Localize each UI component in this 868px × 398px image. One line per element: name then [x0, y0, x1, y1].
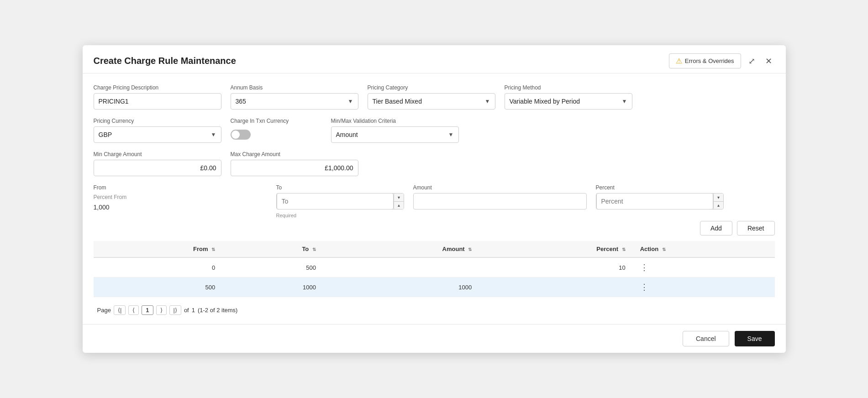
cell-action: ⋮: [633, 278, 775, 297]
action-dots-button[interactable]: ⋮: [640, 263, 649, 272]
minmax-criteria-arrow: ▼: [448, 131, 454, 138]
col-amount: Amount ⇅: [323, 241, 479, 257]
cell-percent: [479, 278, 632, 297]
min-charge-input[interactable]: [94, 160, 221, 176]
col-from: From ⇅: [94, 241, 223, 257]
of-label: of: [184, 307, 189, 314]
add-button[interactable]: Add: [700, 221, 732, 236]
minmax-criteria-select[interactable]: Amount ▼: [331, 126, 459, 143]
pricing-category-value: Tier Based Mixed: [373, 98, 422, 105]
tier-to-input[interactable]: [277, 193, 394, 209]
reset-button[interactable]: Reset: [737, 221, 775, 236]
table-body: 050010⋮50010001000⋮: [94, 257, 775, 297]
pricing-method-group: Pricing Method Variable Mixed by Period …: [505, 84, 632, 110]
tier-percent-arrow-up[interactable]: ▴: [714, 202, 723, 209]
action-sort-icon[interactable]: ⇅: [662, 247, 666, 252]
errors-btn-label: Errors & Overrides: [685, 58, 734, 64]
annum-basis-group: Annum Basis 365 ▼: [231, 84, 358, 110]
save-button[interactable]: Save: [735, 331, 775, 346]
modal-title: Create Charge Rule Maintenance: [94, 56, 236, 66]
tier-row: From Percent From 1,000 To ▾ ▴ Required …: [94, 184, 775, 218]
pricing-currency-label: Pricing Currency: [94, 118, 221, 124]
annum-basis-select[interactable]: 365 ▼: [231, 93, 358, 110]
close-icon: ✕: [765, 57, 772, 66]
minmax-criteria-group: Min/Max Validation Criteria Amount ▼: [331, 118, 459, 143]
total-pages: 1: [192, 307, 195, 314]
max-charge-input[interactable]: [231, 160, 358, 176]
tier-table: From ⇅ To ⇅ Amount ⇅ Percent ⇅: [94, 241, 775, 297]
form-row-1: Charge Pricing Description Annum Basis 3…: [94, 84, 775, 110]
warning-icon: ⚠: [676, 57, 682, 65]
tier-percent-input[interactable]: [596, 193, 713, 209]
tier-to-arrow-down[interactable]: ▾: [394, 194, 404, 202]
page-label: Page: [97, 307, 111, 314]
tier-percent-arrows: ▾ ▴: [713, 194, 723, 209]
cancel-button[interactable]: Cancel: [683, 331, 729, 346]
annum-basis-value: 365: [236, 98, 246, 105]
modal-container: Create Charge Rule Maintenance ⚠ Errors …: [83, 45, 786, 353]
action-dots-button[interactable]: ⋮: [640, 283, 649, 292]
close-button[interactable]: ✕: [763, 55, 775, 67]
modal-header: Create Charge Rule Maintenance ⚠ Errors …: [83, 45, 786, 73]
pricing-currency-select[interactable]: GBP ▼: [94, 126, 221, 143]
amount-sort-icon[interactable]: ⇅: [468, 247, 472, 252]
annum-basis-arrow: ▼: [348, 98, 353, 105]
first-page-btn[interactable]: ⟨|: [114, 305, 126, 315]
charge-in-txn-label: Charge In Txn Currency: [231, 118, 322, 124]
last-page-btn[interactable]: |⟩: [169, 305, 181, 315]
cell-action: ⋮: [633, 257, 775, 278]
pricing-category-label: Pricing Category: [368, 84, 495, 91]
expand-icon: ⤢: [748, 57, 755, 66]
max-charge-group: Max Charge Amount: [231, 151, 358, 176]
tier-amount-input[interactable]: [413, 193, 587, 209]
charge-pricing-desc-label: Charge Pricing Description: [94, 84, 221, 91]
minmax-criteria-label: Min/Max Validation Criteria: [331, 118, 459, 124]
prev-page-btn[interactable]: ⟨: [128, 305, 139, 315]
pricing-method-value: Variable Mixed by Period: [510, 98, 580, 105]
cell-amount: 1000: [323, 278, 479, 297]
charge-pricing-desc-input[interactable]: [94, 93, 221, 110]
tier-to-select[interactable]: ▾ ▴: [276, 193, 404, 209]
pricing-category-select[interactable]: Tier Based Mixed ▼: [368, 93, 495, 110]
charge-in-txn-toggle[interactable]: [231, 130, 251, 140]
next-page-btn[interactable]: ⟩: [156, 305, 167, 315]
tier-to-required: Required: [276, 213, 404, 218]
tier-percent-select[interactable]: ▾ ▴: [596, 193, 724, 209]
percent-sort-icon[interactable]: ⇅: [622, 247, 626, 252]
items-info: (1-2 of 2 items): [198, 307, 237, 314]
table-row: 050010⋮: [94, 257, 775, 278]
min-charge-label: Min Charge Amount: [94, 151, 221, 157]
charge-pricing-desc-group: Charge Pricing Description: [94, 84, 221, 110]
errors-overrides-button[interactable]: ⚠ Errors & Overrides: [669, 53, 741, 68]
cell-from: 500: [94, 278, 223, 297]
form-row-2: Pricing Currency GBP ▼ Charge In Txn Cur…: [94, 118, 775, 143]
pricing-currency-group: Pricing Currency GBP ▼: [94, 118, 221, 143]
charge-in-txn-group: Charge In Txn Currency: [231, 118, 322, 143]
cell-percent: 10: [479, 257, 632, 278]
cell-amount: [323, 257, 479, 278]
expand-button[interactable]: ⤢: [746, 55, 758, 67]
cell-to: 1000: [222, 278, 323, 297]
tier-percent-label: Percent: [596, 184, 724, 191]
tier-percent-arrow-down[interactable]: ▾: [714, 194, 723, 202]
form-row-3: Min Charge Amount Max Charge Amount: [94, 151, 775, 176]
tier-to-group: To ▾ ▴ Required: [276, 184, 404, 218]
table-row: 50010001000⋮: [94, 278, 775, 297]
col-action: Action ⇅: [633, 241, 775, 257]
tier-actions: Add Reset: [94, 221, 775, 236]
tier-to-arrow-up[interactable]: ▴: [394, 202, 404, 209]
from-sort-icon[interactable]: ⇅: [211, 247, 215, 252]
cell-from: 0: [94, 257, 223, 278]
pricing-method-arrow: ▼: [622, 98, 627, 105]
current-page-btn[interactable]: 1: [142, 305, 153, 315]
tier-from-group: From Percent From 1,000: [94, 184, 267, 211]
to-sort-icon[interactable]: ⇅: [312, 247, 316, 252]
col-to: To ⇅: [222, 241, 323, 257]
tier-to-label: To: [276, 184, 404, 191]
pagination: Page ⟨| ⟨ 1 ⟩ |⟩ of 1 (1-2 of 2 items): [94, 302, 775, 319]
toggle-knob: [231, 131, 240, 139]
header-actions: ⚠ Errors & Overrides ⤢ ✕: [669, 53, 775, 68]
tier-percent-group: Percent ▾ ▴: [596, 184, 724, 209]
pricing-method-select[interactable]: Variable Mixed by Period ▼: [505, 93, 632, 110]
tier-from-label: From: [94, 184, 267, 191]
